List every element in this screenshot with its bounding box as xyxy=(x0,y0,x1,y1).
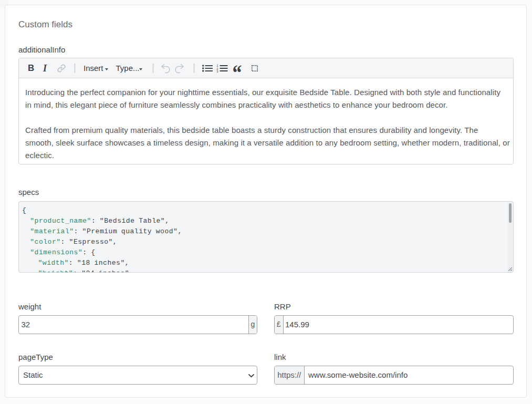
svg-text:3: 3 xyxy=(216,70,218,72)
